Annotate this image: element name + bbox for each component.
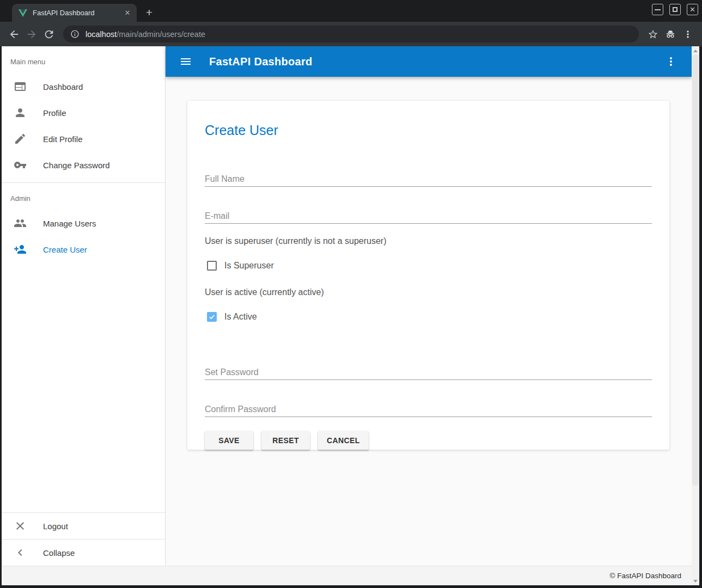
incognito-icon xyxy=(664,28,676,40)
tab-title: FastAPI Dashboard xyxy=(33,9,123,17)
back-button[interactable] xyxy=(5,26,23,43)
sidebar-item-profile[interactable]: Profile xyxy=(2,100,165,126)
reset-button[interactable]: RESET xyxy=(261,431,310,450)
is-active-checkbox[interactable] xyxy=(207,312,217,322)
back-arrow-icon xyxy=(8,28,20,40)
page-scrollbar[interactable] xyxy=(692,46,699,585)
arrow-down-icon xyxy=(693,580,698,583)
app-title: FastAPI Dashboard xyxy=(209,56,313,68)
window-maximize-button[interactable] xyxy=(669,4,681,15)
tab-close-icon[interactable]: ✕ xyxy=(123,8,132,18)
close-icon: ✕ xyxy=(689,6,695,13)
sidebar-item-edit-profile[interactable]: Edit Profile xyxy=(2,126,165,152)
site-info-icon[interactable] xyxy=(70,29,80,39)
sidebar-item-label: Logout xyxy=(43,522,68,531)
key-icon xyxy=(14,158,27,171)
close-x-icon xyxy=(14,519,27,532)
sidebar-item-dashboard[interactable]: Dashboard xyxy=(2,74,165,100)
save-button[interactable]: SAVE xyxy=(205,431,253,450)
pencil-icon xyxy=(14,132,27,145)
create-user-card: Create User User is superuser (currently… xyxy=(187,101,669,450)
sidebar-item-label: Collapse xyxy=(43,548,75,558)
window-close-button[interactable]: ✕ xyxy=(687,4,698,15)
minimize-icon xyxy=(655,9,661,10)
is-superuser-checkbox[interactable] xyxy=(207,261,217,271)
person-icon xyxy=(14,106,27,119)
sidebar-item-collapse[interactable]: Collapse xyxy=(2,540,165,566)
sidebar-item-label: Create User xyxy=(43,245,87,254)
full-name-field[interactable] xyxy=(205,172,652,187)
window-minimize-button[interactable] xyxy=(652,4,663,15)
is-superuser-checkbox-row[interactable]: Is Superuser xyxy=(205,260,652,271)
superuser-hint: User is superuser (currently is not a su… xyxy=(205,236,652,246)
browser-titlebar: FastAPI Dashboard ✕ + ✕ xyxy=(0,0,702,22)
vue-favicon-icon xyxy=(19,9,27,17)
url-path: /main/admin/users/create xyxy=(117,30,205,39)
confirm-password-field[interactable] xyxy=(205,402,652,417)
browser-tab[interactable]: FastAPI Dashboard ✕ xyxy=(12,4,137,22)
arrow-up-icon xyxy=(693,50,698,52)
sidebar-item-label: Change Password xyxy=(43,161,110,170)
forward-button[interactable] xyxy=(23,26,40,43)
sidebar-section-admin: Admin xyxy=(2,183,165,210)
chevron-left-icon xyxy=(14,546,27,559)
bookmark-button[interactable] xyxy=(644,26,662,43)
maximize-icon xyxy=(673,7,677,12)
checkbox-label: Is Active xyxy=(224,312,257,322)
main-content: Create User User is superuser (currently… xyxy=(166,77,692,566)
sidebar-item-create-user[interactable]: Create User xyxy=(2,236,165,262)
sidebar: Main menu Dashboard Profile Edit Profile… xyxy=(2,46,166,566)
email-field[interactable] xyxy=(205,209,652,224)
person-add-icon xyxy=(14,243,27,256)
checkmark-icon xyxy=(208,313,216,321)
app-toolbar: FastAPI Dashboard xyxy=(166,46,692,77)
page-title: Create User xyxy=(205,122,652,138)
sidebar-section-main-menu: Main menu xyxy=(2,46,165,74)
scrollbar-up-button[interactable] xyxy=(692,47,699,54)
scrollbar-thumb[interactable] xyxy=(692,54,699,486)
scrollbar-down-button[interactable] xyxy=(692,577,699,585)
checkbox-label: Is Superuser xyxy=(224,261,274,271)
people-icon xyxy=(14,217,27,230)
page-viewport: FastAPI Dashboard Main menu Dashboard Pr… xyxy=(2,46,699,585)
kebab-menu-icon xyxy=(682,29,693,40)
reload-button[interactable] xyxy=(40,26,58,43)
address-bar[interactable]: localhost/main/admin/users/create xyxy=(63,26,639,42)
forward-arrow-icon xyxy=(26,28,38,40)
copyright-text: © FastAPI Dashboard xyxy=(609,572,681,580)
hamburger-menu-icon[interactable] xyxy=(179,55,192,68)
appbar-menu-button[interactable] xyxy=(664,55,677,68)
incognito-indicator xyxy=(662,26,679,43)
sidebar-item-logout[interactable]: Logout xyxy=(2,513,165,539)
active-hint: User is active (currently active) xyxy=(205,287,652,297)
sidebar-item-label: Edit Profile xyxy=(43,134,83,144)
sidebar-item-change-password[interactable]: Change Password xyxy=(2,152,165,178)
url-host: localhost xyxy=(86,30,117,39)
star-icon xyxy=(648,29,658,40)
dashboard-icon xyxy=(14,80,27,93)
sidebar-item-manage-users[interactable]: Manage Users xyxy=(2,210,165,236)
is-active-checkbox-row[interactable]: Is Active xyxy=(205,311,652,322)
page-footer: © FastAPI Dashboard xyxy=(2,566,692,585)
sidebar-item-label: Dashboard xyxy=(43,82,83,91)
new-tab-button[interactable]: + xyxy=(142,5,157,20)
cancel-button[interactable]: CANCEL xyxy=(318,431,369,450)
browser-toolbar: localhost/main/admin/users/create xyxy=(0,22,702,46)
set-password-field[interactable] xyxy=(205,365,652,380)
sidebar-item-label: Profile xyxy=(43,108,66,118)
sidebar-item-label: Manage Users xyxy=(43,219,96,228)
reload-icon xyxy=(43,28,55,40)
browser-menu-button[interactable] xyxy=(679,26,697,43)
